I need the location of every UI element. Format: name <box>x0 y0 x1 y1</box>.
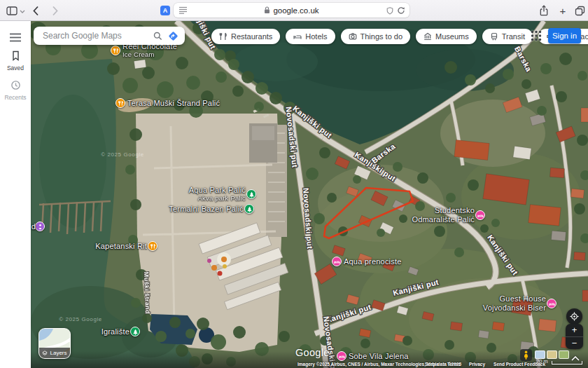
lodging-icon <box>339 353 345 360</box>
map-marker-aqua-park[interactable] <box>246 189 256 199</box>
privacy-shield-icon[interactable] <box>386 7 393 15</box>
road-label: Muški štrand <box>143 272 151 315</box>
terms-link[interactable]: Terms <box>447 362 461 367</box>
map-marker-reel-chocolate[interactable] <box>111 46 120 55</box>
clock-icon <box>10 80 21 90</box>
sidebar-item-label: Recents <box>0 94 31 101</box>
share-icon[interactable] <box>538 4 550 17</box>
attraction-icon <box>248 191 255 198</box>
search-input[interactable] <box>43 31 148 41</box>
map-marker-guest-house[interactable] <box>547 299 556 308</box>
layers-icon <box>42 350 48 356</box>
chip-museums[interactable]: Museums <box>416 29 477 44</box>
map-marker-label[interactable]: StudentskoOdmaralište Palić <box>412 206 475 224</box>
sidebar-item-saved[interactable]: Saved <box>0 50 31 71</box>
url-bar[interactable]: google.co.uk <box>174 3 410 18</box>
map-marker-label[interactable]: Aqua prenociste <box>344 257 402 266</box>
sidebar-item-label: Saved <box>0 64 31 71</box>
camera-icon <box>349 32 357 41</box>
maps-sidebar: Saved Recents <box>0 21 31 368</box>
chip-things-to-do[interactable]: Things to do <box>341 29 411 44</box>
sign-in-button[interactable]: Sign in <box>548 28 581 43</box>
chip-hotels[interactable]: Hotels <box>286 29 335 44</box>
attribution-region-link[interactable]: Serbia <box>425 362 439 367</box>
forward-button[interactable] <box>50 5 60 16</box>
map-marker-aqua-prenociste[interactable] <box>332 257 342 266</box>
google-apps-icon[interactable] <box>529 29 543 43</box>
zoom-controls: + − <box>566 324 583 349</box>
restaurant-icon <box>118 100 124 107</box>
search-box <box>34 27 185 45</box>
watermark: © 2025 Google <box>101 151 144 158</box>
map-marker-label[interactable]: Kapetanski Rit <box>95 242 147 251</box>
lock-icon <box>264 6 270 14</box>
reload-icon[interactable] <box>397 6 405 15</box>
feedback-link[interactable]: Send Product Feedback <box>493 362 545 367</box>
my-location-icon <box>570 312 579 321</box>
map-area: Kanjiški put Kanjiški put Kanjiški put K… <box>31 21 588 368</box>
restaurant-icon <box>150 243 156 250</box>
map-marker-studentsko-odmaraliste[interactable] <box>475 210 485 220</box>
back-button[interactable] <box>31 5 41 16</box>
map-marker-label[interactable]: Guest HouseVojvođanski Biser <box>483 294 546 312</box>
tree-icon <box>132 329 139 335</box>
menu-button[interactable] <box>0 32 31 45</box>
lodging-icon <box>334 259 340 265</box>
google-logo: Google <box>295 347 330 358</box>
map-marker-label[interactable]: Aqua Park PalićAkva park Palić <box>189 186 246 203</box>
scale-bar <box>552 361 582 364</box>
map-marker-terasa[interactable] <box>115 98 125 108</box>
map-marker-statue[interactable] <box>35 222 45 231</box>
map-marker-label[interactable]: d <box>31 222 36 231</box>
sidebar-toggle-icon[interactable] <box>6 5 18 16</box>
directions-icon[interactable] <box>167 30 179 42</box>
map-marker-igraliste[interactable] <box>130 327 140 336</box>
layers-label: Layers <box>50 350 66 356</box>
map-canvas[interactable]: Kanjiški put Kanjiški put Kanjiški put K… <box>31 21 588 368</box>
chip-transit[interactable]: Transit <box>482 29 533 44</box>
statue-icon <box>37 224 43 230</box>
attraction-icon <box>246 206 253 212</box>
browser-chrome: A google.co.uk + <box>0 0 588 21</box>
chevron-down-icon[interactable] <box>19 8 26 14</box>
restaurant-icon <box>113 48 119 54</box>
privacy-link[interactable]: Privacy <box>469 362 485 367</box>
museum-icon <box>424 32 432 41</box>
transit-icon <box>490 32 498 41</box>
map-marker-label[interactable]: Sobe Vila Jelena <box>349 352 409 361</box>
map-marker-label[interactable]: Termalni Bazen Palić <box>169 205 244 214</box>
map-marker-sobe-vila-jelena[interactable] <box>337 351 346 361</box>
layers-button[interactable]: Layers <box>38 328 71 359</box>
attribution-links: Serbia Terms Privacy Send Product Feedba… <box>425 362 545 367</box>
search-icon[interactable] <box>153 32 162 41</box>
sidebar-item-recents[interactable]: Recents <box>0 80 31 101</box>
pegman-icon[interactable] <box>520 349 532 361</box>
imagery-thumbnail[interactable] <box>547 350 557 359</box>
lodging-icon <box>549 301 555 307</box>
url-text: google.co.uk <box>273 6 318 15</box>
bookmark-icon <box>11 50 20 61</box>
hotel-icon <box>293 32 302 41</box>
extension-icon[interactable]: A <box>160 6 170 15</box>
tab-overview-icon[interactable] <box>574 5 585 16</box>
chip-restaurants[interactable]: Restaurants <box>211 29 280 44</box>
reader-view-icon[interactable] <box>178 6 188 14</box>
new-tab-icon[interactable]: + <box>558 5 568 16</box>
my-location-button[interactable] <box>566 308 582 325</box>
map-marker-label[interactable]: Igralište <box>102 327 130 336</box>
restaurant-icon <box>219 32 227 41</box>
zoom-out-button[interactable]: − <box>566 336 583 350</box>
map-marker-label[interactable]: Terasa Muški Štrand Palić <box>127 99 220 108</box>
watermark: © 2025 Google <box>59 316 102 322</box>
imagery-thumbnail[interactable] <box>559 350 569 359</box>
map-marker-termalni-bazen[interactable] <box>244 204 254 214</box>
lodging-icon <box>477 212 484 219</box>
zoom-in-button[interactable]: + <box>566 324 583 336</box>
map-marker-kapetanski-rit[interactable] <box>148 241 158 251</box>
